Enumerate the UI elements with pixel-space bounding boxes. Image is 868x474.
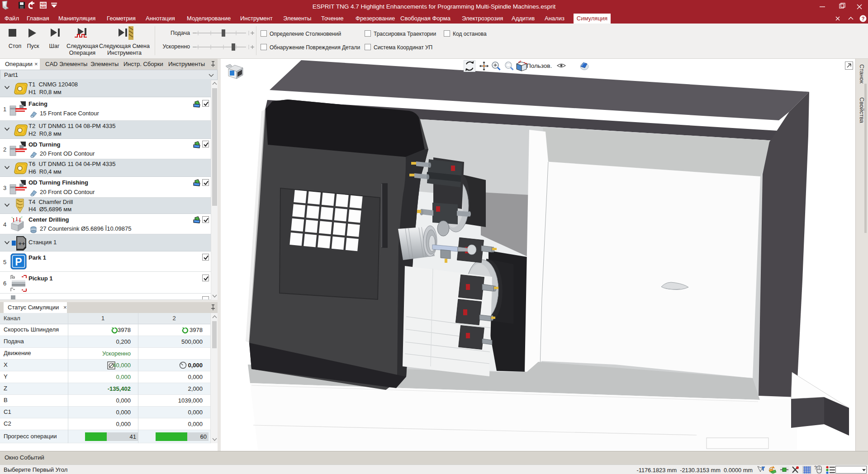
svg-text:?: ?	[814, 465, 817, 470]
svg-text:P: P	[15, 256, 22, 268]
svg-text:++: ++	[18, 240, 25, 247]
svg-text:?: ?	[862, 16, 865, 21]
